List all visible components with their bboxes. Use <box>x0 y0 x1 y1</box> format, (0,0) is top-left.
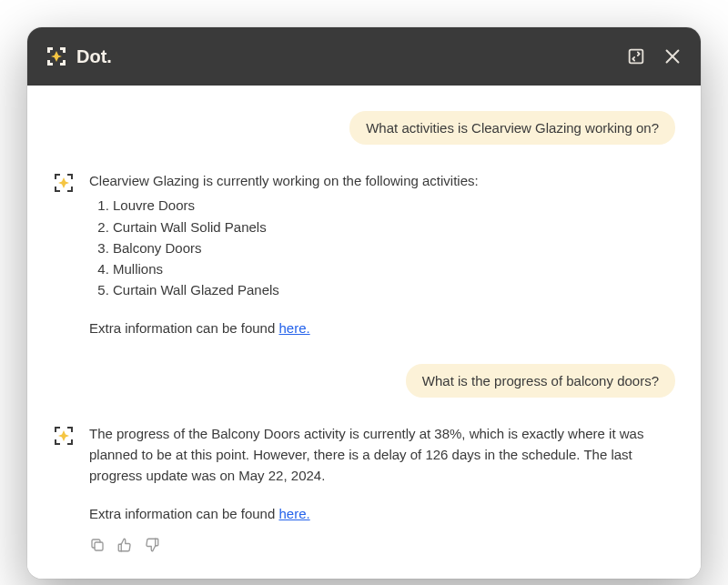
extra-info-prefix: Extra information can be found <box>89 320 278 336</box>
close-icon[interactable] <box>662 46 682 66</box>
list-item: Curtain Wall Solid Panels <box>113 217 675 237</box>
assistant-message-row: The progress of the Balcony Doors activi… <box>53 423 675 553</box>
extra-info-prefix: Extra information can be found <box>89 506 278 521</box>
assistant-message-content: The progress of the Balcony Doors activi… <box>89 423 675 553</box>
copy-icon[interactable] <box>89 537 106 553</box>
assistant-message-content: Clearview Glazing is currently working o… <box>89 170 675 338</box>
assistant-body-text: The progress of the Balcony Doors activi… <box>89 423 675 487</box>
assistant-avatar-icon <box>53 425 75 447</box>
extra-info-line: Extra information can be found here. <box>89 318 675 338</box>
assistant-message-row: Clearview Glazing is currently working o… <box>53 170 675 338</box>
list-item: Louvre Doors <box>113 195 675 216</box>
user-message-row: What is the progress of balcony doors? <box>53 364 675 398</box>
list-item: Mullions <box>113 258 675 279</box>
user-message-bubble: What activities is Clearview Glazing wor… <box>349 111 675 145</box>
user-message-row: What activities is Clearview Glazing wor… <box>53 111 675 145</box>
svg-rect-0 <box>630 50 643 64</box>
user-message-bubble: What is the progress of balcony doors? <box>406 364 675 398</box>
assistant-intro-text: Clearview Glazing is currently working o… <box>89 170 675 191</box>
assistant-avatar-icon <box>53 172 75 194</box>
extra-info-link[interactable]: here. <box>278 506 309 521</box>
chat-window: Dot. What activities is Clearview Glazin… <box>27 27 701 579</box>
feedback-row <box>89 537 675 553</box>
extra-info-line: Extra information can be found here. <box>89 503 675 524</box>
chat-body: What activities is Clearview Glazing wor… <box>27 86 701 579</box>
extra-info-link[interactable]: here. <box>278 320 309 336</box>
titlebar-right <box>626 46 682 66</box>
expand-icon[interactable] <box>626 46 646 66</box>
list-item: Curtain Wall Glazed Panels <box>113 279 675 300</box>
svg-rect-3 <box>95 542 103 550</box>
titlebar: Dot. <box>27 27 701 86</box>
app-title: Dot. <box>76 46 112 67</box>
list-item: Balcony Doors <box>113 237 675 258</box>
titlebar-left: Dot. <box>46 45 112 67</box>
thumbs-down-icon[interactable] <box>144 537 160 553</box>
dot-logo-icon <box>46 45 67 67</box>
activities-list: Louvre Doors Curtain Wall Solid Panels B… <box>89 195 675 300</box>
thumbs-up-icon[interactable] <box>116 537 133 553</box>
